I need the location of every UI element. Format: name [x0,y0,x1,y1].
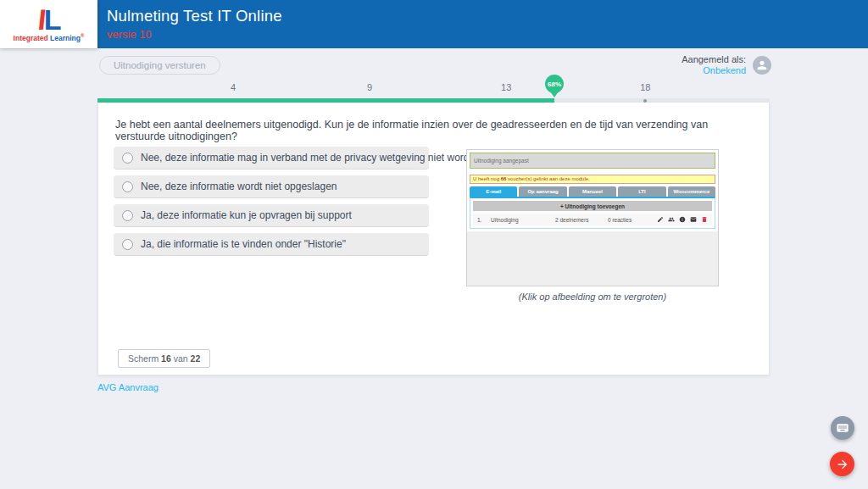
account-area: Aangemeld als: Onbekend [682,54,771,76]
screenshot-row-actions [657,216,708,224]
edit-icon [657,216,664,223]
answer-option-label: Nee, deze informatie wordt niet opgeslag… [141,181,337,192]
progress-tick-labels: 4 9 13 18 [97,82,770,93]
answer-option-4[interactable]: Ja, die informatie is te vinden onder "H… [114,233,429,256]
delete-icon [701,216,708,224]
screenshot-content: Uitnodiging aangepast U heeft nog 66 vou… [467,150,718,229]
radio-button[interactable] [122,153,133,164]
screenshot-tab-email: E-mail [470,186,517,197]
radio-button[interactable] [122,210,133,221]
keyboard-icon [836,421,849,435]
progress-percent-label: 68% [548,81,561,88]
page-subtitle: versie 10 [107,28,282,41]
answer-option-3[interactable]: Ja, deze informatie kun je opvragen bij … [114,204,429,227]
screenshot-gray-area [467,231,718,286]
mail-icon [690,216,697,223]
send-invitation-button[interactable]: Uitnodiging versturen [99,56,220,75]
answer-option-2[interactable]: Nee, deze informatie wordt niet opgeslag… [114,175,429,198]
page-title: Nulmeting Test IT Online [107,7,282,25]
progress-marker-dot [643,99,647,103]
progress-tick: 13 [501,82,511,92]
screenshot-tabs: E-mail Op aanvraag Manueel LTI Woocommer… [470,186,715,197]
screenshot-success-banner: Uitnodiging aangepast [470,153,715,169]
answer-option-label: Nee, deze informatie mag in verband met … [141,152,520,164]
progress-tick: 18 [640,82,650,92]
screenshot-panel: + Uitnodiging toevoegen 1. Uitnodiging 2… [470,197,715,229]
radio-button[interactable] [122,239,133,250]
user-name-link[interactable]: Onbekend [682,65,746,76]
screenshot-add-invitation-button: + Uitnodiging toevoegen [473,201,712,211]
participants-icon [668,216,675,223]
progress-percent-badge: 68% [545,75,564,93]
logo-monogram: IL [38,7,58,32]
answer-option-label: Ja, deze informatie kun je opvragen bij … [141,209,352,221]
avg-request-link[interactable]: AVG Aanvraag [97,382,159,392]
logo-letter-l: L [44,3,59,36]
app-header: Nulmeting Test IT Online versie 10 [0,0,868,48]
question-card: Je hebt een aantal deelnemers uitgenodig… [97,103,770,375]
radio-button[interactable] [122,181,133,192]
screenshot-tab-op-aanvraag: Op aanvraag [519,186,566,197]
example-screenshot-thumbnail[interactable]: Uitnodiging aangepast U heeft nog 66 vou… [466,149,719,286]
info-icon [679,216,686,223]
brand-logo: IL Integrated Learning® [0,0,97,48]
answer-option-label: Ja, die informatie is te vinden onder "H… [141,238,346,250]
progress-tick: 4 [231,82,236,92]
screenshot-tab-manueel: Manueel [569,186,616,197]
keyboard-shortcuts-button[interactable] [831,416,854,440]
answer-option-1[interactable]: Nee, deze informatie mag in verband met … [114,147,429,169]
screenshot-warning-banner: U heeft nog 66 voucher(s) gelinkt aan de… [470,175,715,184]
logo-wordmark: Integrated Learning® [14,33,85,42]
answer-options: Nee, deze informatie mag in verband met … [114,147,429,256]
screenshot-invitation-row: 1. Uitnodiging 2 deelnemers 0 reacties [473,214,712,225]
progress-tick: 9 [367,82,372,92]
user-icon [755,58,769,72]
avatar[interactable] [753,56,771,75]
screenshot-tab-lti: LTI [618,186,665,197]
screen-counter: Scherm 16 van 22 [118,349,210,368]
screenshot-tab-woocommerce: Woocommerce [668,186,715,197]
next-button[interactable] [830,452,854,476]
arrow-right-icon [836,458,849,471]
question-text: Je hebt een aantal deelnemers uitgenodig… [115,119,752,142]
figure-caption: (Klik op afbeelding om te vergroten) [466,292,719,302]
signed-in-label: Aangemeld als: [682,54,746,65]
